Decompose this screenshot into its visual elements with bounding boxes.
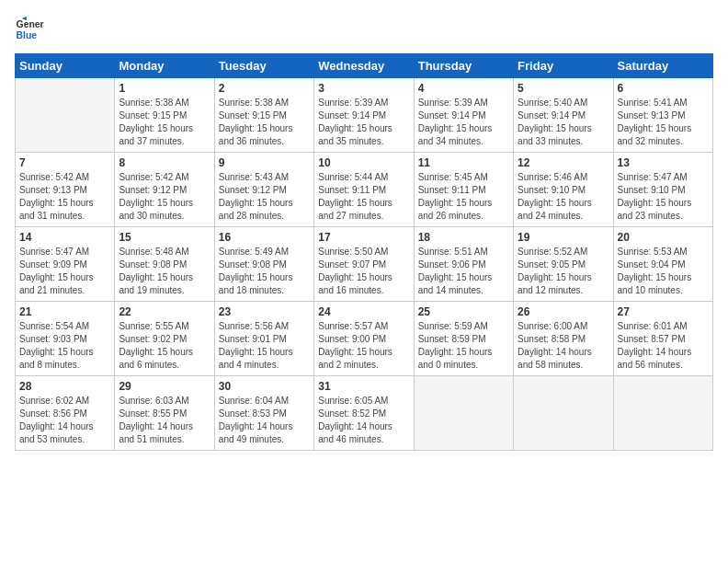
calendar-cell (16, 78, 115, 153)
column-header-saturday: Saturday (613, 54, 712, 78)
day-info: Sunrise: 5:45 AM Sunset: 9:11 PM Dayligh… (418, 171, 509, 223)
day-number: 4 (418, 82, 509, 95)
calendar-cell: 13Sunrise: 5:47 AM Sunset: 9:10 PM Dayli… (613, 153, 712, 227)
calendar-cell (613, 376, 712, 451)
day-info: Sunrise: 5:39 AM Sunset: 9:14 PM Dayligh… (418, 97, 509, 148)
calendar-cell: 15Sunrise: 5:48 AM Sunset: 9:08 PM Dayli… (115, 227, 214, 302)
column-header-wednesday: Wednesday (314, 54, 414, 78)
day-info: Sunrise: 5:55 AM Sunset: 9:02 PM Dayligh… (119, 320, 210, 372)
calendar-cell: 5Sunrise: 5:40 AM Sunset: 9:14 PM Daylig… (514, 78, 613, 153)
day-info: Sunrise: 5:42 AM Sunset: 9:13 PM Dayligh… (19, 171, 110, 223)
calendar-cell: 7Sunrise: 5:42 AM Sunset: 9:13 PM Daylig… (16, 153, 115, 227)
day-number: 17 (318, 231, 409, 244)
calendar-cell (414, 376, 513, 451)
day-number: 14 (19, 231, 110, 244)
day-info: Sunrise: 5:41 AM Sunset: 9:13 PM Dayligh… (618, 97, 709, 148)
calendar-cell: 9Sunrise: 5:43 AM Sunset: 9:12 PM Daylig… (214, 153, 313, 227)
day-number: 20 (618, 231, 709, 244)
day-info: Sunrise: 5:43 AM Sunset: 9:12 PM Dayligh… (219, 171, 310, 223)
day-info: Sunrise: 5:54 AM Sunset: 9:03 PM Dayligh… (19, 320, 110, 372)
day-info: Sunrise: 5:52 AM Sunset: 9:05 PM Dayligh… (518, 246, 609, 297)
day-info: Sunrise: 6:03 AM Sunset: 8:55 PM Dayligh… (119, 395, 210, 446)
day-info: Sunrise: 5:38 AM Sunset: 9:15 PM Dayligh… (119, 97, 210, 148)
calendar-cell: 21Sunrise: 5:54 AM Sunset: 9:03 PM Dayli… (16, 302, 115, 376)
calendar-week-3: 14Sunrise: 5:47 AM Sunset: 9:09 PM Dayli… (16, 227, 713, 302)
svg-text:Blue: Blue (17, 30, 38, 40)
day-info: Sunrise: 5:51 AM Sunset: 9:06 PM Dayligh… (418, 246, 509, 297)
day-number: 1 (119, 82, 210, 95)
day-number: 6 (618, 82, 709, 95)
day-number: 24 (318, 305, 409, 318)
day-info: Sunrise: 5:56 AM Sunset: 9:01 PM Dayligh… (219, 320, 310, 372)
day-number: 27 (618, 305, 709, 318)
day-number: 26 (518, 305, 609, 318)
calendar-header-row: SundayMondayTuesdayWednesdayThursdayFrid… (16, 54, 713, 78)
calendar-cell: 22Sunrise: 5:55 AM Sunset: 9:02 PM Dayli… (115, 302, 214, 376)
calendar-cell: 19Sunrise: 5:52 AM Sunset: 9:05 PM Dayli… (514, 227, 613, 302)
day-info: Sunrise: 6:02 AM Sunset: 8:56 PM Dayligh… (19, 395, 110, 446)
calendar-cell: 1Sunrise: 5:38 AM Sunset: 9:15 PM Daylig… (115, 78, 214, 153)
calendar-cell: 2Sunrise: 5:38 AM Sunset: 9:15 PM Daylig… (214, 78, 313, 153)
day-info: Sunrise: 6:04 AM Sunset: 8:53 PM Dayligh… (219, 395, 310, 446)
day-number: 7 (19, 156, 110, 169)
logo-icon: General Blue (15, 15, 44, 44)
column-header-tuesday: Tuesday (214, 54, 313, 78)
calendar-cell: 28Sunrise: 6:02 AM Sunset: 8:56 PM Dayli… (16, 376, 115, 451)
calendar-cell: 26Sunrise: 6:00 AM Sunset: 8:58 PM Dayli… (514, 302, 613, 376)
calendar-cell: 11Sunrise: 5:45 AM Sunset: 9:11 PM Dayli… (414, 153, 513, 227)
day-info: Sunrise: 5:48 AM Sunset: 9:08 PM Dayligh… (119, 246, 210, 297)
calendar-cell: 16Sunrise: 5:49 AM Sunset: 9:08 PM Dayli… (214, 227, 313, 302)
day-number: 3 (318, 82, 409, 95)
calendar-cell (514, 376, 613, 451)
day-info: Sunrise: 5:53 AM Sunset: 9:04 PM Dayligh… (618, 246, 709, 297)
day-info: Sunrise: 5:40 AM Sunset: 9:14 PM Dayligh… (518, 97, 609, 148)
day-number: 10 (318, 156, 409, 169)
calendar-cell: 31Sunrise: 6:05 AM Sunset: 8:52 PM Dayli… (314, 376, 414, 451)
day-info: Sunrise: 6:00 AM Sunset: 8:58 PM Dayligh… (518, 320, 609, 372)
day-info: Sunrise: 5:59 AM Sunset: 8:59 PM Dayligh… (418, 320, 509, 372)
day-number: 21 (19, 305, 110, 318)
column-header-monday: Monday (115, 54, 214, 78)
calendar-cell: 6Sunrise: 5:41 AM Sunset: 9:13 PM Daylig… (613, 78, 712, 153)
calendar-cell: 4Sunrise: 5:39 AM Sunset: 9:14 PM Daylig… (414, 78, 513, 153)
calendar-cell: 18Sunrise: 5:51 AM Sunset: 9:06 PM Dayli… (414, 227, 513, 302)
day-info: Sunrise: 5:49 AM Sunset: 9:08 PM Dayligh… (219, 246, 310, 297)
day-number: 30 (219, 380, 310, 393)
calendar-week-2: 7Sunrise: 5:42 AM Sunset: 9:13 PM Daylig… (16, 153, 713, 227)
day-number: 31 (318, 380, 409, 393)
calendar-cell: 17Sunrise: 5:50 AM Sunset: 9:07 PM Dayli… (314, 227, 414, 302)
logo: General Blue (15, 15, 48, 44)
calendar-week-4: 21Sunrise: 5:54 AM Sunset: 9:03 PM Dayli… (16, 302, 713, 376)
day-number: 12 (518, 156, 609, 169)
calendar-cell: 24Sunrise: 5:57 AM Sunset: 9:00 PM Dayli… (314, 302, 414, 376)
column-header-friday: Friday (514, 54, 613, 78)
day-number: 18 (418, 231, 509, 244)
day-number: 2 (219, 82, 310, 95)
day-number: 25 (418, 305, 509, 318)
day-number: 23 (219, 305, 310, 318)
day-number: 9 (219, 156, 310, 169)
calendar-cell: 8Sunrise: 5:42 AM Sunset: 9:12 PM Daylig… (115, 153, 214, 227)
calendar-cell: 20Sunrise: 5:53 AM Sunset: 9:04 PM Dayli… (613, 227, 712, 302)
calendar-cell: 27Sunrise: 6:01 AM Sunset: 8:57 PM Dayli… (613, 302, 712, 376)
day-number: 16 (219, 231, 310, 244)
day-number: 22 (119, 305, 210, 318)
day-info: Sunrise: 5:39 AM Sunset: 9:14 PM Dayligh… (318, 97, 409, 148)
calendar-cell: 12Sunrise: 5:46 AM Sunset: 9:10 PM Dayli… (514, 153, 613, 227)
day-number: 11 (418, 156, 509, 169)
day-number: 19 (518, 231, 609, 244)
day-info: Sunrise: 5:57 AM Sunset: 9:00 PM Dayligh… (318, 320, 409, 372)
calendar-table: SundayMondayTuesdayWednesdayThursdayFrid… (15, 53, 713, 451)
calendar-cell: 29Sunrise: 6:03 AM Sunset: 8:55 PM Dayli… (115, 376, 214, 451)
day-info: Sunrise: 5:38 AM Sunset: 9:15 PM Dayligh… (219, 97, 310, 148)
calendar-cell: 14Sunrise: 5:47 AM Sunset: 9:09 PM Dayli… (16, 227, 115, 302)
day-info: Sunrise: 5:47 AM Sunset: 9:09 PM Dayligh… (19, 246, 110, 297)
calendar-cell: 23Sunrise: 5:56 AM Sunset: 9:01 PM Dayli… (214, 302, 313, 376)
day-info: Sunrise: 5:44 AM Sunset: 9:11 PM Dayligh… (318, 171, 409, 223)
day-number: 13 (618, 156, 709, 169)
day-number: 28 (19, 380, 110, 393)
day-info: Sunrise: 5:46 AM Sunset: 9:10 PM Dayligh… (518, 171, 609, 223)
day-info: Sunrise: 5:47 AM Sunset: 9:10 PM Dayligh… (618, 171, 709, 223)
day-info: Sunrise: 5:42 AM Sunset: 9:12 PM Dayligh… (119, 171, 210, 223)
day-number: 15 (119, 231, 210, 244)
